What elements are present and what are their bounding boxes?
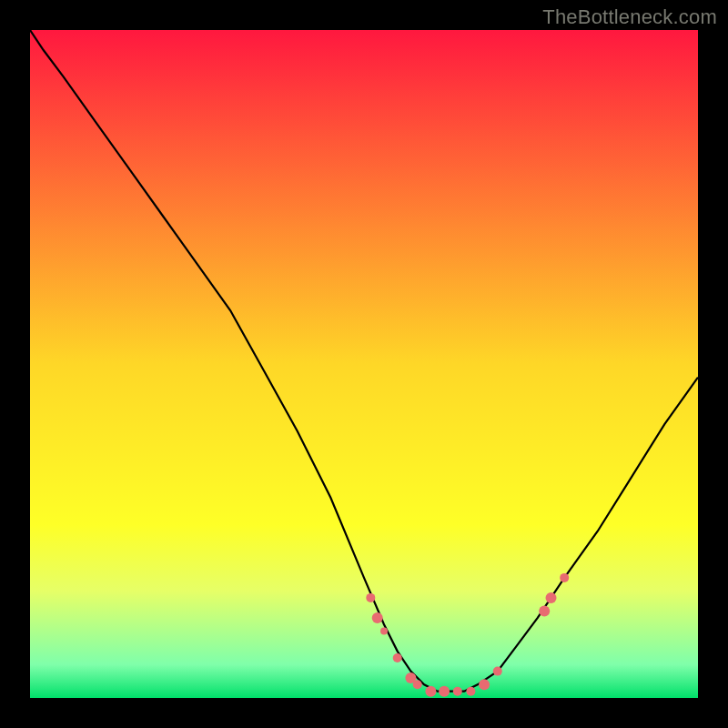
data-point bbox=[366, 593, 375, 602]
watermark-label: TheBottleneck.com bbox=[542, 5, 717, 29]
gradient-background bbox=[30, 30, 698, 698]
data-point bbox=[560, 573, 569, 582]
bottleneck-chart bbox=[30, 30, 698, 698]
data-point bbox=[439, 686, 450, 697]
data-point bbox=[466, 687, 475, 696]
data-point bbox=[493, 667, 502, 676]
data-point bbox=[425, 686, 436, 697]
data-point bbox=[453, 687, 462, 696]
data-point bbox=[372, 612, 383, 623]
data-point bbox=[546, 592, 557, 603]
data-point bbox=[380, 628, 388, 635]
data-point bbox=[539, 606, 550, 617]
chart-container: TheBottleneck.com bbox=[0, 0, 728, 728]
data-point bbox=[479, 679, 490, 690]
data-point bbox=[413, 680, 422, 689]
data-point bbox=[393, 653, 402, 662]
